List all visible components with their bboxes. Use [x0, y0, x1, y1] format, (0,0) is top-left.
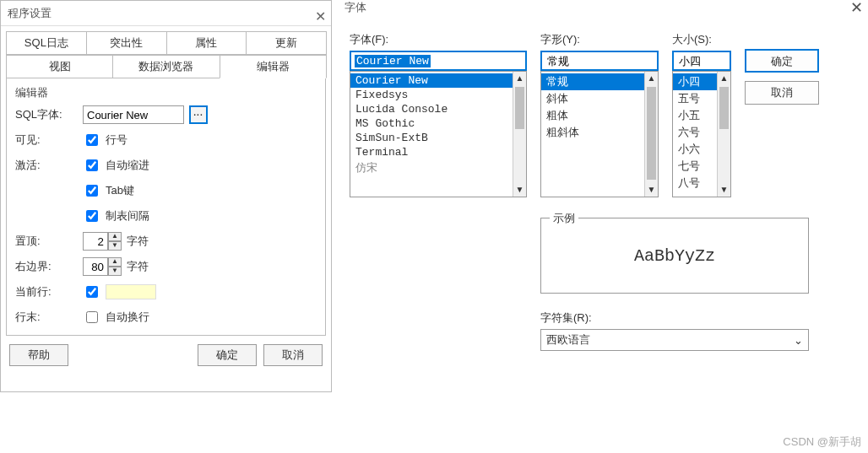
sqlfont-label: SQL字体: [15, 107, 83, 122]
autoindent-checkbox[interactable]: 自动缩进 [83, 157, 149, 174]
scroll-down-icon[interactable]: ▼ [645, 183, 658, 197]
scroll-up-icon[interactable]: ▲ [645, 72, 658, 85]
spin-down-icon[interactable]: ▼ [108, 267, 122, 276]
list-item[interactable]: Fixedsys [350, 88, 513, 102]
scroll-down-icon[interactable]: ▼ [513, 183, 526, 197]
tabs-row-1: SQL日志 突出性 属性 更新 [6, 31, 326, 55]
spin-up-icon[interactable]: ▲ [108, 232, 122, 241]
tabs-row-2: 视图 数据浏览器 编辑器 [6, 55, 326, 78]
tab-view[interactable]: 视图 [6, 55, 113, 78]
tab-editor[interactable]: 编辑器 [220, 55, 327, 78]
autowrap-checkbox[interactable]: 自动换行 [83, 309, 149, 326]
font-titlebar: 字体 ✕ [338, 0, 868, 24]
group-label: 编辑器 [15, 85, 317, 100]
list-item[interactable]: 五号 [673, 90, 717, 107]
font-label: 字体(F): [350, 32, 527, 47]
sample-box: 示例 AaBbYyZz [540, 218, 809, 294]
list-item[interactable]: SimSun-ExtB [350, 131, 513, 145]
scrollbar[interactable]: ▲ ▼ [644, 72, 658, 197]
charset-value: 西欧语言 [546, 332, 590, 348]
scroll-thumb[interactable] [647, 87, 656, 180]
tabspace-checkbox[interactable]: 制表间隔 [83, 208, 149, 224]
list-item[interactable]: MS Gothic [350, 116, 513, 131]
tab-highlight[interactable]: 突出性 [86, 31, 167, 55]
rmargin-input[interactable] [83, 257, 108, 276]
list-item[interactable]: Lucida Console [350, 102, 513, 116]
scroll-up-icon[interactable]: ▲ [718, 72, 730, 85]
list-item[interactable]: 粗体 [541, 107, 644, 124]
scrollbar[interactable]: ▲ ▼ [513, 72, 526, 197]
close-icon[interactable]: ✕ [850, 0, 863, 15]
font-title: 字体 [344, 1, 366, 13]
chars-unit: 字符 [127, 234, 149, 249]
cancel-button[interactable]: 取消 [745, 81, 819, 105]
list-item[interactable]: 七号 [673, 158, 717, 175]
list-item[interactable]: 粗斜体 [541, 124, 644, 141]
active-label: 激活: [15, 158, 83, 173]
ok-button[interactable]: 确定 [745, 49, 819, 73]
editor-panel: 编辑器 SQL字体: ··· 可见: 行号 激活: 自动缩进 Tab键 [6, 78, 326, 336]
curline-checkbox[interactable] [83, 283, 100, 300]
size-input[interactable]: 小四 [672, 51, 731, 71]
sample-label: 示例 [550, 211, 578, 226]
scroll-thumb[interactable] [515, 87, 524, 129]
sample-text: AaBbYyZz [541, 218, 808, 294]
size-listbox[interactable]: 小四 五号 小五 六号 小六 七号 八号 ▲ ▼ [672, 71, 731, 197]
curline-color-swatch[interactable] [106, 284, 156, 299]
font-dialog: 字体 ✕ 字体(F): Courier New Courier New Fixe… [338, 0, 868, 405]
tabkey-checkbox[interactable]: Tab键 [83, 182, 134, 199]
curline-label: 当前行: [15, 284, 83, 299]
style-listbox[interactable]: 常规 斜体 粗体 粗斜体 ▲ ▼ [540, 71, 659, 197]
style-label: 字形(Y): [540, 32, 659, 47]
close-icon[interactable]: ✕ [315, 4, 326, 30]
list-item[interactable]: 仿宋 [350, 159, 513, 176]
chevron-down-icon: ⌄ [794, 334, 803, 347]
list-item[interactable]: 常规 [541, 73, 644, 90]
list-item[interactable]: 斜体 [541, 90, 644, 107]
scroll-up-icon[interactable]: ▲ [513, 72, 526, 85]
chars-unit: 字符 [127, 259, 149, 274]
spin-down-icon[interactable]: ▼ [108, 241, 122, 251]
size-label: 大小(S): [672, 32, 731, 47]
scroll-thumb[interactable] [719, 87, 729, 129]
linenum-checkbox[interactable]: 行号 [83, 132, 127, 148]
help-button[interactable]: 帮助 [9, 344, 68, 366]
ok-button[interactable]: 确定 [198, 344, 257, 366]
top-spinner[interactable]: ▲▼ [83, 232, 122, 251]
visible-label: 可见: [15, 132, 83, 148]
tab-attribute[interactable]: 属性 [166, 31, 247, 55]
list-item[interactable]: 小四 [673, 73, 717, 90]
settings-titlebar: 程序设置 ✕ [1, 1, 331, 26]
list-item[interactable]: Courier New [350, 73, 513, 88]
rmargin-label: 右边界: [15, 259, 83, 274]
top-input[interactable] [83, 232, 108, 251]
list-item[interactable]: Terminal [350, 145, 513, 159]
list-item[interactable]: 小五 [673, 107, 717, 124]
scroll-down-icon[interactable]: ▼ [718, 183, 730, 197]
settings-button-row: 帮助 确定 取消 [1, 336, 331, 375]
list-item[interactable]: 六号 [673, 124, 717, 141]
style-input[interactable]: 常规 [540, 51, 659, 71]
scrollbar[interactable]: ▲ ▼ [717, 72, 730, 197]
charset-label: 字符集(R): [540, 310, 809, 326]
rmargin-spinner[interactable]: ▲▼ [83, 257, 122, 276]
settings-title: 程序设置 [8, 7, 52, 19]
program-settings-dialog: 程序设置 ✕ SQL日志 突出性 属性 更新 视图 数据浏览器 编辑器 编辑器 … [0, 0, 332, 392]
cancel-button[interactable]: 取消 [263, 344, 323, 366]
charset-select[interactable]: 西欧语言 ⌄ [540, 329, 809, 351]
tab-update[interactable]: 更新 [246, 31, 327, 55]
sqlfont-browse-button[interactable]: ··· [189, 105, 208, 124]
list-item[interactable]: 小六 [673, 141, 717, 158]
list-item[interactable]: 八号 [673, 175, 717, 191]
tab-sql-log[interactable]: SQL日志 [6, 31, 87, 55]
tab-data-browser[interactable]: 数据浏览器 [112, 55, 220, 78]
top-label: 置顶: [15, 234, 83, 249]
eol-label: 行末: [15, 310, 83, 325]
font-listbox[interactable]: Courier New Fixedsys Lucida Console MS G… [350, 71, 527, 197]
font-input[interactable]: Courier New [350, 51, 527, 71]
sqlfont-input[interactable] [83, 105, 184, 124]
watermark: CSDN @新手胡 [783, 434, 861, 450]
spin-up-icon[interactable]: ▲ [108, 257, 122, 267]
